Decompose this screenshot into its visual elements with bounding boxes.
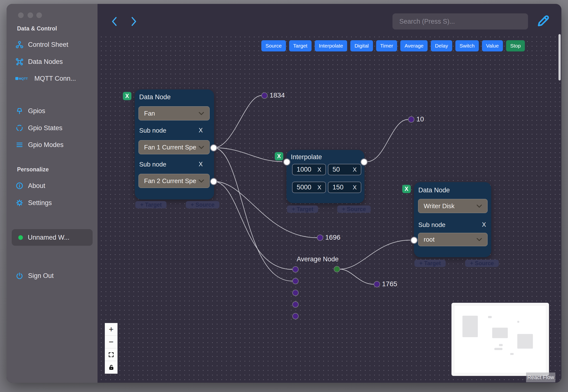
edge-value-label: 1834 — [270, 91, 285, 99]
sidebar-item-settings[interactable]: Settings — [15, 197, 52, 208]
node-title: Data Node — [139, 93, 171, 101]
sidebar-item-gpios[interactable]: Gpios — [15, 106, 45, 116]
search-input[interactable] — [392, 14, 528, 29]
delete-node-button[interactable]: X — [123, 92, 131, 100]
traffic-light-close[interactable] — [18, 13, 24, 18]
minimap-node — [517, 321, 519, 323]
sidebar-item-data-nodes[interactable]: Data Nodes — [15, 56, 63, 67]
add-source-pill[interactable]: + Source — [186, 201, 219, 209]
remove-sub-node-button[interactable]: X — [199, 127, 203, 134]
device-select[interactable]: Fan — [139, 106, 210, 120]
average-input-handle[interactable] — [292, 266, 299, 273]
sidebar-item-control-sheet[interactable]: Control Sheet — [15, 39, 68, 50]
sidebar-item-label: MQTT Conn... — [34, 75, 76, 82]
sub-node-label: Sub node — [139, 161, 166, 168]
sidebar-item-label: Control Sheet — [28, 41, 68, 49]
interpolate-value-box[interactable]: 150 X — [328, 182, 361, 193]
average-input-handle[interactable] — [292, 278, 299, 284]
value-handle[interactable] — [261, 92, 268, 99]
chevron-down-icon — [199, 112, 204, 115]
add-switch-node-button[interactable]: Switch — [455, 40, 479, 51]
add-target-pill[interactable]: + Target — [415, 260, 446, 267]
sidebar-item-sign-out[interactable]: Sign Out — [15, 270, 54, 281]
add-source-pill[interactable]: + Source — [465, 260, 499, 267]
source-handle[interactable] — [360, 158, 368, 166]
forward-button[interactable] — [129, 16, 139, 27]
minimap-node — [510, 353, 514, 355]
sub-node-label: Sub node — [139, 127, 166, 134]
sidebar-item-gpio-modes[interactable]: Gpio Modes — [15, 140, 64, 150]
sub-node-select[interactable]: Fan 2 Current Spe — [139, 174, 210, 188]
source-handle[interactable] — [210, 144, 217, 151]
value-handle[interactable] — [374, 281, 380, 287]
target-handle[interactable] — [283, 158, 290, 166]
add-target-pill[interactable]: + Target — [135, 201, 166, 209]
remove-sub-node-button[interactable]: X — [199, 161, 203, 168]
traffic-light-zoom[interactable] — [36, 13, 42, 18]
add-average-node-button[interactable]: Average — [400, 40, 428, 51]
sub-node-select-value: Fan 2 Current Spe — [144, 177, 196, 185]
react-flow-attribution[interactable]: React Flow — [526, 373, 555, 382]
clear-value-button[interactable]: X — [353, 166, 357, 173]
clear-value-button[interactable]: X — [353, 184, 357, 191]
add-digital-node-button[interactable]: Digital — [350, 40, 373, 51]
zoom-out-button[interactable]: − — [105, 336, 117, 348]
sidebar: Data & Control Control Sheet Data Nodes … — [7, 4, 97, 383]
back-button[interactable] — [110, 16, 119, 27]
average-input-handle[interactable] — [292, 290, 299, 296]
device-select[interactable]: Writer Disk — [418, 199, 487, 213]
sidebar-item-workspace[interactable]: Unnamed W... — [12, 229, 93, 246]
interpolate-node[interactable]: X Interpolate 1000 X 50 X 5000 X 150 X — [286, 150, 364, 203]
add-delay-node-button[interactable]: Delay — [431, 40, 452, 51]
zoom-in-button[interactable]: + — [105, 323, 117, 336]
average-output-handle[interactable] — [334, 266, 340, 272]
node-toolbar: Source Target Interpolate Digital Timer … — [261, 40, 525, 51]
add-interpolate-node-button[interactable]: Interpolate — [315, 40, 347, 51]
add-target-node-button[interactable]: Target — [289, 40, 312, 51]
clear-value-button[interactable]: X — [318, 184, 321, 191]
interpolate-value-box[interactable]: 50 X — [328, 164, 361, 175]
data-node-fan[interactable]: X Data Node Fan Sub node X Fan 1 Current… — [135, 89, 214, 199]
lock-button[interactable] — [105, 361, 117, 374]
average-input-handle[interactable] — [292, 313, 299, 319]
add-source-node-button[interactable]: Source — [261, 40, 286, 51]
fit-view-button[interactable] — [105, 348, 117, 361]
flow-canvas[interactable]: Source Target Interpolate Digital Timer … — [97, 4, 561, 383]
delete-node-button[interactable]: X — [275, 152, 283, 160]
add-timer-node-button[interactable]: Timer — [376, 40, 397, 51]
sidebar-item-mqtt[interactable]: MQTT MQTT Conn... — [15, 73, 76, 84]
add-value-node-button[interactable]: Value — [482, 40, 503, 51]
data-node-writer-disk[interactable]: X Data Node Writer Disk Sub node X root — [414, 182, 491, 257]
scrollbar-thumb[interactable] — [558, 34, 561, 81]
workspace-status-dot — [18, 235, 23, 240]
interpolate-value-box[interactable]: 1000 X — [292, 164, 326, 175]
traffic-light-minimize[interactable] — [28, 13, 33, 18]
target-handle[interactable] — [411, 237, 418, 244]
stop-button[interactable]: Stop — [506, 40, 525, 51]
source-handle[interactable] — [210, 178, 217, 185]
sub-node-select[interactable]: root — [418, 233, 487, 246]
minimap-node — [462, 316, 478, 337]
minimap[interactable] — [451, 303, 549, 376]
remove-sub-node-button[interactable]: X — [482, 221, 486, 228]
average-input-handle[interactable] — [292, 301, 299, 308]
sidebar-item-label: Gpio States — [28, 124, 62, 132]
pin-icon — [15, 107, 24, 115]
clear-value-button[interactable]: X — [318, 166, 321, 173]
minimap-node — [488, 316, 492, 318]
add-target-pill[interactable]: + Target — [287, 206, 318, 213]
sidebar-item-about[interactable]: About — [15, 180, 45, 191]
value-handle[interactable] — [317, 235, 323, 241]
edit-pencil-icon[interactable] — [536, 14, 550, 28]
sidebar-item-label: About — [28, 182, 45, 190]
sidebar-item-gpio-states[interactable]: Gpio States — [15, 123, 62, 133]
delete-node-button[interactable]: X — [402, 185, 411, 193]
value: 5000 — [297, 183, 311, 191]
add-source-pill[interactable]: + Source — [337, 206, 371, 213]
sub-node-select[interactable]: Fan 1 Current Spe — [139, 140, 210, 154]
interpolate-value-box[interactable]: 5000 X — [292, 182, 326, 193]
value-handle[interactable] — [408, 116, 415, 123]
sitemap-icon — [15, 41, 24, 49]
dashed-circle-icon — [15, 124, 24, 132]
value: 150 — [332, 183, 344, 191]
